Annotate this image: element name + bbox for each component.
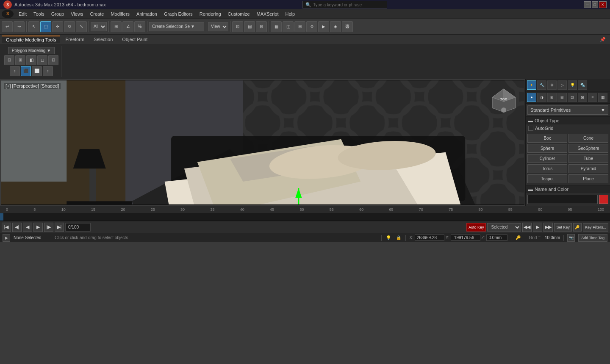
ribbon-icon[interactable]: ⊞ <box>294 21 305 32</box>
angle-snap-icon[interactable]: ∠ <box>122 21 133 32</box>
menu-edit[interactable]: Edit <box>15 11 30 17</box>
display-icon[interactable]: ◫ <box>283 21 294 32</box>
obj-btn-cone[interactable]: Cone <box>568 134 608 143</box>
panel-sub-icon-4[interactable]: ⊟ <box>557 93 567 102</box>
select-icon[interactable]: ↖ <box>28 21 39 32</box>
lock-icon[interactable]: 🔒 <box>395 234 402 241</box>
select-region-icon[interactable]: ⬚ <box>40 21 51 32</box>
animate-icon[interactable]: ▶ <box>3 234 10 242</box>
panel-sub-icon-7[interactable]: ≡ <box>588 93 597 102</box>
add-time-tag-btn[interactable]: Add Time Tag <box>578 234 607 242</box>
obj-btn-torus[interactable]: Torus <box>527 164 567 173</box>
next-key-btn[interactable]: |▶ <box>44 223 53 232</box>
menu-graph-editors[interactable]: Graph Editors <box>161 11 196 17</box>
menu-modifiers[interactable]: Modifiers <box>107 11 133 17</box>
scale-icon[interactable]: ⤡ <box>76 21 87 32</box>
prev-anim-btn[interactable]: ◀◀ <box>522 223 532 232</box>
r-btn-6[interactable]: ↕ <box>10 66 20 76</box>
render-icon[interactable]: ▶ <box>318 21 329 32</box>
menu-rendering[interactable]: Rendering <box>196 11 225 17</box>
tab-selection[interactable]: Selection <box>89 36 117 43</box>
snap-toggle[interactable]: ⊞ <box>111 21 122 32</box>
next-frame-btn[interactable]: ▶| <box>55 223 64 232</box>
r-btn-7[interactable]: ⬛ <box>21 66 31 76</box>
prev-key-btn[interactable]: ◀| <box>12 223 22 232</box>
panel-icon-modify[interactable]: 🔧 <box>537 80 546 90</box>
key-filters-button[interactable]: Key Filters... <box>583 223 608 232</box>
menu-animation[interactable]: Animation <box>133 11 161 17</box>
obj-btn-geosphere[interactable]: GeoSphere <box>568 144 608 153</box>
redo-icon[interactable]: ↪ <box>14 21 25 32</box>
r-btn-9[interactable]: ↕ <box>43 66 53 76</box>
object-type-header[interactable]: ▬ Object Type <box>526 116 610 124</box>
rotate-icon[interactable]: ↻ <box>64 21 75 32</box>
panel-icon-utilities[interactable]: 🔩 <box>578 80 587 90</box>
panel-icon-motion[interactable]: ▷ <box>557 80 567 90</box>
menu-create[interactable]: Create <box>86 11 107 17</box>
r-btn-4[interactable]: ◻ <box>37 55 47 65</box>
obj-btn-pyramid[interactable]: Pyramid <box>568 164 608 173</box>
layer-icon[interactable]: ▦ <box>271 21 282 32</box>
create-selection-btn[interactable]: Create Selection Se ▼ <box>149 22 204 31</box>
standard-primitives-dropdown[interactable]: Standard Primitives ▼ <box>527 105 608 115</box>
panel-icon-hierarchy[interactable]: ⚙ <box>547 80 557 90</box>
frame-display[interactable]: 0 / 100 <box>65 223 91 232</box>
menu-help[interactable]: Help <box>282 11 299 17</box>
auto-key-button[interactable]: Auto Key <box>466 223 486 232</box>
menu-customize[interactable]: Customize <box>225 11 253 17</box>
mirror-icon[interactable]: ⊡ <box>232 21 243 32</box>
selected-dropdown[interactable]: Selected <box>487 223 521 232</box>
search-input[interactable] <box>313 3 381 7</box>
minimize-button[interactable]: ─ <box>584 1 591 8</box>
render-setup-icon[interactable]: ⚙ <box>306 21 317 32</box>
obj-btn-cylinder[interactable]: Cylinder <box>527 154 567 163</box>
filter-select[interactable]: All <box>91 22 107 31</box>
panel-sub-icon-5[interactable]: ⊡ <box>568 93 577 102</box>
autogrid-checkbox[interactable] <box>528 126 533 131</box>
timeline-track[interactable] <box>0 213 610 221</box>
array-icon[interactable]: ▤ <box>244 21 255 32</box>
ribbon-pin-icon[interactable]: 📌 <box>597 36 608 43</box>
undo-icon[interactable]: ↩ <box>2 21 13 32</box>
maximize-button[interactable]: □ <box>592 1 598 8</box>
panel-icon-display[interactable]: 💡 <box>568 80 577 90</box>
name-input[interactable] <box>527 195 598 204</box>
tab-object-paint[interactable]: Object Paint <box>118 36 152 43</box>
tab-graphite-modeling[interactable]: Graphite Modeling Tools <box>2 36 60 43</box>
r-btn-8[interactable]: ⬜ <box>32 66 42 76</box>
ruler-track[interactable]: 0 5 10 15 20 25 30 35 40 45 50 55 60 65 … <box>2 207 608 212</box>
next-anim-btn[interactable]: ▶▶ <box>543 223 553 232</box>
tab-freeform[interactable]: Freeform <box>61 36 89 43</box>
polygon-modeling-btn[interactable]: Polygon Modeling ▼ <box>8 47 55 54</box>
close-button[interactable]: ✕ <box>599 1 607 8</box>
play-anim-btn[interactable]: ▶ <box>533 223 542 232</box>
play-forward-btn[interactable]: ▶ <box>33 223 43 232</box>
nav-cube[interactable]: TOP <box>490 87 518 114</box>
align-icon[interactable]: ⊟ <box>256 21 267 32</box>
obj-btn-plane[interactable]: Plane <box>568 174 608 183</box>
panel-sub-icon-3[interactable]: ⊞ <box>547 93 557 102</box>
panel-sub-icon-8[interactable]: ▦ <box>598 93 607 102</box>
material-editor-icon[interactable]: ◈ <box>330 21 341 32</box>
play-back-btn[interactable]: ◀ <box>23 223 32 232</box>
panel-sub-icon-1[interactable]: ● <box>527 93 536 102</box>
move-icon[interactable]: ✛ <box>52 21 63 32</box>
menu-maxscript[interactable]: MAXScript <box>253 11 282 17</box>
panel-sub-icon-6[interactable]: ⊠ <box>578 93 587 102</box>
obj-btn-tube[interactable]: Tube <box>568 154 608 163</box>
r-btn-1[interactable]: ⊡ <box>4 55 14 65</box>
name-color-header[interactable]: ▬ Name and Color <box>526 185 610 193</box>
percent-snap-icon[interactable]: % <box>134 21 145 32</box>
menu-views[interactable]: Views <box>67 11 86 17</box>
set-key-icon[interactable]: 🔑 <box>573 223 582 232</box>
timeline-bar[interactable] <box>0 213 610 221</box>
prev-frame-btn[interactable]: |◀ <box>2 223 11 232</box>
r-btn-3[interactable]: ◧ <box>26 55 36 65</box>
panel-icon-create[interactable]: ✦ <box>527 80 536 90</box>
menu-tools[interactable]: Tools <box>30 11 48 17</box>
color-swatch[interactable] <box>599 195 608 204</box>
r-btn-5[interactable]: ⊟ <box>48 55 58 65</box>
render-result-icon[interactable]: 🖼 <box>342 21 353 32</box>
view-select[interactable]: View <box>208 22 228 31</box>
set-key-button[interactable]: Set Key <box>554 223 572 232</box>
